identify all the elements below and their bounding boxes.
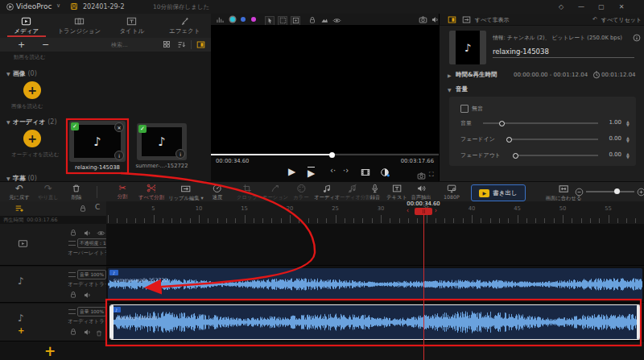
remove-media-button[interactable]: − bbox=[42, 39, 49, 50]
drag-handle[interactable] bbox=[68, 272, 76, 277]
clip-left-handle[interactable] bbox=[110, 305, 114, 339]
section-header-字幕[interactable]: ▼字幕 (0) bbox=[6, 174, 37, 181]
tab-トランジション[interactable]: トランジション bbox=[53, 14, 106, 38]
reset-all-button[interactable]: すべてリセット bbox=[601, 16, 642, 24]
snap-icon[interactable] bbox=[278, 16, 287, 26]
check-icon[interactable]: ✓ bbox=[138, 125, 147, 133]
hide-all-button[interactable]: すべて非表示 bbox=[475, 16, 510, 24]
play-button[interactable]: ▶ bbox=[288, 167, 295, 176]
chevron-down-icon[interactable]: ∨ bbox=[56, 2, 60, 9]
collapse-icon[interactable]: ▼ bbox=[6, 176, 10, 181]
collapse-icon[interactable]: ▼ bbox=[448, 87, 452, 93]
track-lane[interactable]: ♪summer-walk-152722 bbox=[106, 267, 644, 303]
mask-icon[interactable] bbox=[380, 168, 390, 177]
slider-handle[interactable] bbox=[506, 137, 512, 143]
stepper[interactable]: ▲▼ bbox=[626, 152, 630, 159]
stepper[interactable]: ▲▼ bbox=[626, 136, 630, 143]
playhead-marker[interactable] bbox=[415, 208, 432, 215]
panel-toggle-icon[interactable] bbox=[196, 40, 205, 49]
search-input[interactable]: 検索... bbox=[111, 41, 128, 49]
media-item-relaxing-145038[interactable]: ♪✓✕i bbox=[69, 121, 126, 162]
tab-エフェクト[interactable]: エフェクト bbox=[159, 14, 212, 38]
load-オーディオ-button[interactable]: + bbox=[23, 130, 41, 147]
speed-button[interactable]: 速度 bbox=[213, 184, 223, 201]
eye-icon[interactable] bbox=[97, 229, 105, 238]
feedback-icon[interactable]: ◇ bbox=[555, 2, 567, 11]
load-画像-label[interactable]: 画像を読込む bbox=[11, 103, 43, 110]
clip-name-field[interactable]: relaxing-145038 bbox=[493, 48, 634, 58]
split-button[interactable]: ✂分割 bbox=[118, 184, 128, 201]
media-item-summer-...-152722[interactable]: ♪✓i bbox=[137, 123, 187, 160]
save-icon[interactable] bbox=[70, 2, 78, 10]
timeline-zoom-handle[interactable] bbox=[614, 188, 620, 194]
dot-magenta[interactable] bbox=[251, 17, 256, 22]
speaker-icon[interactable] bbox=[83, 291, 92, 300]
track-header[interactable]: ♪音量 100%オーディオトラック bbox=[0, 267, 106, 303]
slider-handle[interactable] bbox=[499, 121, 505, 126]
item-info-icon[interactable]: i bbox=[114, 151, 124, 160]
slider-track[interactable] bbox=[509, 139, 598, 140]
dot-blue[interactable] bbox=[241, 17, 246, 22]
track-lane[interactable]: ♪relaxing-145038 bbox=[106, 304, 644, 341]
collapse-icon[interactable]: ▼ bbox=[6, 119, 10, 125]
speaker-icon[interactable] bbox=[431, 15, 440, 24]
text-button[interactable]: テキスト bbox=[386, 184, 407, 201]
maximize-icon[interactable]: ▢ bbox=[596, 2, 607, 11]
track-header[interactable]: 不透明度：100%オーバーレイトラック bbox=[0, 224, 106, 266]
track-lane[interactable] bbox=[106, 224, 644, 266]
add-to-track-button[interactable]: + bbox=[18, 326, 24, 335]
lock-icon[interactable] bbox=[79, 205, 87, 213]
eye-icon[interactable] bbox=[332, 16, 341, 25]
lock-icon[interactable] bbox=[69, 328, 77, 336]
zoom-in-icon[interactable] bbox=[637, 188, 644, 197]
video-viewport[interactable] bbox=[211, 25, 439, 153]
preview-progress-handle[interactable] bbox=[329, 152, 335, 158]
clip-relaxing-145038[interactable]: ♪relaxing-145038 bbox=[110, 305, 640, 339]
timeline-zoom-slider[interactable] bbox=[586, 191, 634, 192]
dot-cyan[interactable] bbox=[230, 17, 235, 22]
slider-handle[interactable] bbox=[513, 153, 518, 159]
play-from-start-button[interactable]: ▶ bbox=[308, 167, 315, 178]
tab-メディア[interactable]: メディア bbox=[0, 14, 53, 38]
close-icon[interactable]: ✕ bbox=[616, 2, 627, 11]
load-オーディオ-label[interactable]: オーディオを読込む bbox=[11, 151, 59, 159]
load-画像-button[interactable]: + bbox=[23, 81, 41, 99]
time-section-label[interactable]: 時間&再生時間 bbox=[456, 71, 497, 79]
export-button[interactable]: ▶ 書き出し bbox=[471, 184, 526, 201]
track-header[interactable]: ♪音量 100%オーディオトラック1+ bbox=[0, 304, 106, 341]
refresh-icon[interactable]: C bbox=[95, 203, 100, 211]
record-button[interactable]: 録音 bbox=[370, 184, 381, 201]
slider-track[interactable] bbox=[515, 155, 598, 156]
mute-checkbox[interactable] bbox=[460, 105, 469, 113]
info-icon[interactable] bbox=[633, 34, 641, 42]
panel-toggle-icon[interactable] bbox=[448, 15, 456, 24]
delete-track-icon[interactable] bbox=[96, 330, 103, 337]
lock-icon[interactable] bbox=[69, 229, 77, 237]
playhead-line[interactable] bbox=[423, 215, 424, 360]
histogram-icon[interactable] bbox=[216, 15, 225, 24]
remove-item-icon[interactable]: ✕ bbox=[114, 122, 124, 132]
zoom-out-icon[interactable] bbox=[575, 188, 584, 197]
film-marker-icon[interactable] bbox=[361, 168, 370, 177]
ripple-edit-button[interactable]: リップル編集 ▾ bbox=[168, 184, 204, 202]
item-info-icon[interactable]: i bbox=[175, 149, 185, 159]
fullscreen-icon[interactable]: ⛶ bbox=[429, 172, 434, 178]
prev-frame-button[interactable]: ‹· bbox=[330, 167, 336, 175]
split-all-button[interactable]: すべて分割 bbox=[138, 184, 164, 201]
delete-button[interactable]: 削除 bbox=[72, 184, 82, 201]
playhead-left-arrow[interactable]: ‹ bbox=[407, 207, 409, 214]
audio-extract-button[interactable]: 音声抽出 bbox=[411, 184, 431, 201]
camera-icon[interactable] bbox=[419, 15, 427, 24]
expand-icon[interactable]: ▶ bbox=[448, 72, 452, 78]
next-frame-button[interactable]: ·› bbox=[343, 167, 349, 175]
lock-icon[interactable] bbox=[69, 291, 77, 299]
load-video-label[interactable]: 動画を読込む bbox=[14, 54, 45, 61]
timeline-ruler[interactable]: 510152025303540455055 bbox=[106, 201, 644, 225]
clip-summer-walk-152722[interactable]: ♪summer-walk-152722 bbox=[108, 268, 642, 300]
lock-icon[interactable] bbox=[308, 16, 316, 24]
select-icon[interactable] bbox=[291, 16, 300, 26]
sort-icon[interactable] bbox=[177, 40, 186, 49]
grid-view-icon[interactable] bbox=[163, 40, 171, 48]
snapshot-icon[interactable] bbox=[417, 172, 426, 180]
add-track-button[interactable]: + bbox=[44, 343, 56, 359]
